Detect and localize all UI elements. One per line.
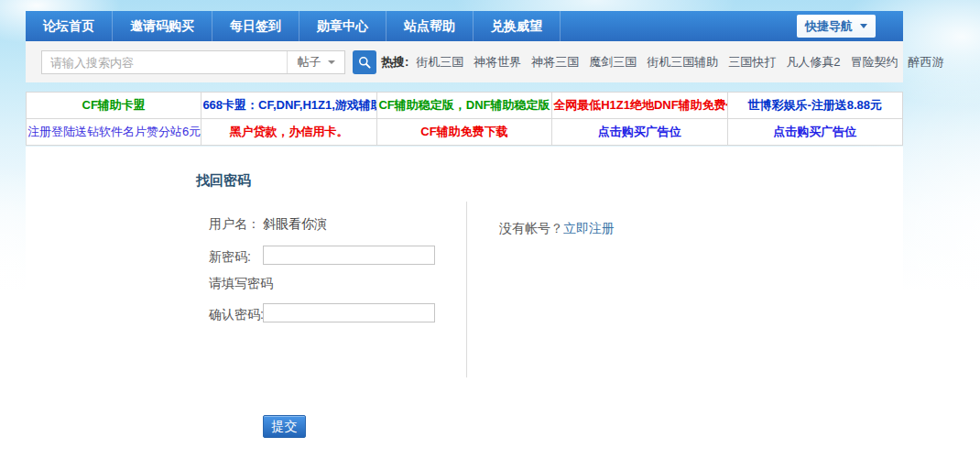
- no-account-text: 没有帐号？: [499, 221, 563, 235]
- search-scope-label: 帖子: [298, 54, 321, 71]
- page-title: 找回密码: [196, 172, 251, 190]
- nav-item[interactable]: 兑换威望: [474, 11, 561, 41]
- nav-item[interactable]: 勋章中心: [299, 11, 387, 41]
- search-input[interactable]: [42, 51, 287, 73]
- hot-keyword-link[interactable]: 街机三国辅助: [647, 55, 718, 69]
- hot-keyword-link[interactable]: 醉西游: [909, 55, 944, 69]
- hot-keyword-link[interactable]: 魔剑三国: [589, 55, 637, 69]
- hot-keyword-link[interactable]: 凡人修真2: [786, 55, 840, 69]
- nav-item[interactable]: 每日签到: [212, 11, 299, 41]
- register-prompt: 没有帐号？立即注册: [499, 221, 615, 237]
- search-bar-row: 帖子 热搜:街机三国神将世界神将三国魔剑三国街机三国辅助三国快打凡人修真2冒险契…: [26, 41, 903, 82]
- new-password-label: 新密码:: [209, 249, 251, 266]
- top-navigation: 论坛首页邀请码购买每日签到勋章中心站点帮助兑换威望 快捷导航: [26, 11, 903, 41]
- hot-keyword-link[interactable]: 神将三国: [531, 55, 579, 69]
- ad-cell[interactable]: 点击购买广告位: [552, 119, 727, 146]
- search-icon: [357, 55, 372, 70]
- ad-cell[interactable]: CF辅助卡盟: [27, 93, 201, 119]
- page: 论坛首页邀请码购买每日签到勋章中心站点帮助兑换威望 快捷导航 帖子 热搜:街机三…: [0, 0, 980, 470]
- confirm-password-label: 确认密码:: [209, 307, 264, 323]
- nav-item[interactable]: 邀请码购买: [113, 11, 212, 41]
- hot-keyword-link[interactable]: 神将世界: [474, 55, 521, 69]
- search-scope-select[interactable]: 帖子: [287, 51, 344, 73]
- nav-items: 论坛首页邀请码购买每日签到勋章中心站点帮助兑换威望: [26, 11, 561, 41]
- ad-cell[interactable]: CF辅助稳定版，DNF辅助稳定版: [376, 93, 551, 119]
- submit-button[interactable]: 提交: [263, 415, 306, 438]
- ad-row: 注册登陆送钻软件名片赞分站6元黑户贷款，办信用卡。CF辅助免费下载点击购买广告位…: [27, 119, 903, 146]
- hot-search-label: 热搜:: [381, 55, 408, 69]
- divider: [466, 202, 467, 377]
- nav-item[interactable]: 论坛首页: [26, 11, 113, 41]
- ad-cell[interactable]: 黑户贷款，办信用卡。: [201, 119, 376, 146]
- ad-cell[interactable]: 全网最低H1Z1绝地DNF辅助免费代: [552, 93, 727, 119]
- new-password-input[interactable]: [263, 246, 435, 265]
- chevron-down-icon: [328, 60, 335, 64]
- ad-table: CF辅助卡盟668卡盟：CF,DNF,H1Z1,游戏辅助CF辅助稳定版，DNF辅…: [26, 92, 903, 146]
- nav-item[interactable]: 站点帮助: [387, 11, 474, 41]
- hot-keyword-link[interactable]: 三国快打: [728, 55, 776, 69]
- confirm-password-input[interactable]: [263, 303, 435, 322]
- ad-cell[interactable]: 点击购买广告位: [727, 119, 902, 146]
- search-button[interactable]: [353, 50, 376, 74]
- content-background: [26, 147, 903, 470]
- hot-keyword-link[interactable]: 街机三国: [416, 55, 463, 69]
- register-link[interactable]: 立即注册: [563, 221, 615, 235]
- username-label: 用户名：: [209, 216, 260, 233]
- ad-cell[interactable]: 668卡盟：CF,DNF,H1Z1,游戏辅助: [201, 93, 376, 119]
- ad-row: CF辅助卡盟668卡盟：CF,DNF,H1Z1,游戏辅助CF辅助稳定版，DNF辅…: [27, 93, 903, 119]
- quick-nav-button[interactable]: 快捷导航: [797, 15, 876, 38]
- username-value: 斜眼看你演: [263, 216, 327, 233]
- quick-nav-label: 快捷导航: [805, 18, 853, 35]
- ad-cell[interactable]: 世博彩娱乐-注册送8.88元: [727, 93, 902, 119]
- password-hint: 请填写密码: [209, 276, 273, 292]
- ad-cell[interactable]: 注册登陆送钻软件名片赞分站6元: [27, 119, 201, 146]
- hot-search: 热搜:街机三国神将世界神将三国魔剑三国街机三国辅助三国快打凡人修真2冒险契约醉西…: [381, 41, 954, 82]
- chevron-down-icon: [860, 24, 867, 28]
- hot-keyword-link[interactable]: 冒险契约: [851, 55, 898, 69]
- search-box: 帖子: [41, 50, 345, 74]
- ad-cell[interactable]: CF辅助免费下载: [376, 119, 551, 146]
